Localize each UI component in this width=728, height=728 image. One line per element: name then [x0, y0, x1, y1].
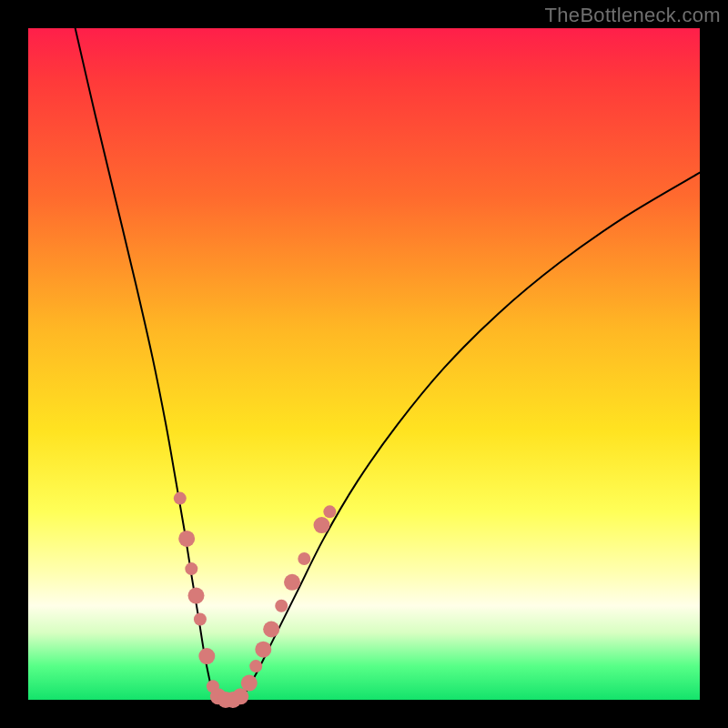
chart-svg	[28, 28, 700, 700]
data-point-marker	[323, 505, 336, 518]
curve-group	[76, 28, 700, 700]
plot-area	[28, 28, 700, 700]
data-point-marker	[298, 552, 310, 565]
data-point-marker	[194, 612, 207, 625]
curve-right-branch	[243, 173, 700, 697]
data-point-marker	[232, 688, 248, 704]
data-point-marker	[249, 660, 262, 672]
data-point-marker	[188, 588, 205, 604]
data-point-marker	[263, 622, 279, 638]
data-point-marker	[275, 600, 288, 612]
outer-black-frame: TheBottleneck.com	[0, 0, 728, 728]
data-point-marker	[241, 675, 258, 692]
data-point-marker	[185, 562, 197, 575]
data-point-marker	[174, 492, 187, 505]
data-point-marker	[198, 648, 215, 664]
data-point-marker	[314, 517, 330, 533]
data-point-marker	[178, 531, 195, 547]
data-point-marker	[255, 642, 271, 658]
watermark-text: TheBottleneck.com	[545, 4, 721, 27]
data-point-marker	[284, 574, 300, 591]
